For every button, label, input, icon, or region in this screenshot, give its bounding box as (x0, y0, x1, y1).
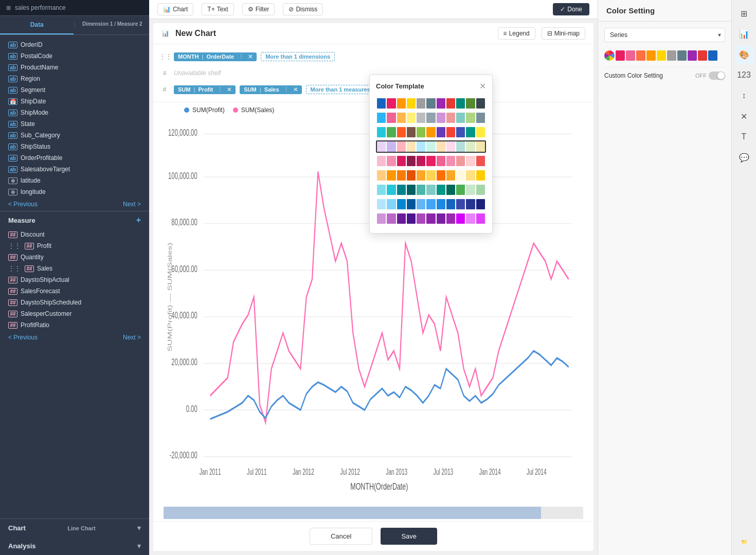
minimap-icon: ⊟ (547, 30, 552, 37)
template-swatch (437, 141, 445, 152)
series-select[interactable]: Series (604, 28, 725, 42)
template-row-8[interactable] (376, 212, 486, 225)
swatch-orange-red[interactable] (636, 50, 645, 61)
shelf-pill-month-orderdate[interactable]: MONTH | OrderDate ⋮ ✕ (174, 52, 257, 61)
sidebar-field-shipdate[interactable]: 📅ShipDate (0, 96, 149, 107)
swatch-dark-blue[interactable] (708, 50, 717, 61)
template-row-5[interactable] (376, 169, 486, 182)
template-swatch (387, 98, 395, 109)
sidebar-measure-daystoshipactual[interactable]: ##DaystoShipActual (0, 274, 149, 285)
sidebar-field-state[interactable]: abState (0, 118, 149, 130)
sidebar-field-shipmode[interactable]: abShipMode (0, 107, 149, 118)
toggle-track[interactable] (709, 71, 725, 80)
shelf-pill-sum-sales[interactable]: SUM | Sales ⋮ ✕ (240, 85, 301, 94)
tab-data[interactable]: Data (0, 16, 74, 34)
swatch-blue-gray[interactable] (677, 50, 687, 61)
sidebar-field-productname[interactable]: abProductName (0, 62, 149, 73)
remove-orderdate-btn[interactable]: ✕ (248, 53, 253, 60)
main-area: 📊 Chart T+ Text ⚙ Filter ⊘ Dismiss ✓ Don… (149, 0, 598, 555)
sidebar-field-orderprofitable[interactable]: abOrderProfitable (0, 152, 149, 164)
sort-icon-bar[interactable]: ↕ (735, 86, 753, 105)
template-row-4[interactable] (376, 155, 486, 167)
swatch-yellow[interactable] (657, 50, 666, 61)
sidebar-field-orderid[interactable]: abOrderID (0, 39, 149, 50)
template-row-2[interactable] (376, 126, 486, 138)
sidebar-measure-profit[interactable]: ⋮⋮##Profit (0, 240, 149, 252)
x-axis-icon-bar[interactable]: ✕ (735, 107, 753, 126)
sidebar-field-sub_category[interactable]: abSub_Category (0, 130, 149, 141)
next-dim-btn[interactable]: Next > (123, 201, 141, 208)
dimension-nav[interactable]: < Previous Next > (0, 198, 149, 211)
prev-dim-btn[interactable]: < Previous (8, 201, 38, 208)
text-toolbar-btn[interactable]: T+ Text (202, 3, 233, 15)
datasource-icon-bar[interactable]: 📁 (735, 532, 753, 551)
grid-icon-bar[interactable]: ⊞ (735, 4, 753, 23)
chart-section[interactable]: Chart Line Chart ▾ (0, 519, 149, 537)
template-row-6[interactable] (376, 184, 486, 196)
sidebar-measure-discount[interactable]: ##Discount (0, 229, 149, 240)
done-btn[interactable]: ✓ Done (553, 3, 589, 15)
template-row-3[interactable] (376, 140, 486, 153)
tab-dimension-measure[interactable]: Dimension 1 / Measure 2 (76, 16, 149, 34)
swatch-pink[interactable] (616, 50, 625, 61)
swatch-gray[interactable] (667, 50, 676, 61)
template-row-1[interactable] (376, 112, 486, 124)
prev-measure-btn[interactable]: < Previous (8, 334, 38, 341)
sidebar-measure-quantity[interactable]: ##Quantity (0, 252, 149, 263)
modal-header: Color Template ✕ (376, 81, 486, 91)
sidebar-measure-salesforecast[interactable]: ##SalesForecast (0, 285, 149, 297)
sidebar-field-region[interactable]: abRegion (0, 73, 149, 84)
swatch-red[interactable] (698, 50, 707, 61)
save-btn[interactable]: Save (381, 528, 437, 545)
sidebar-field-longitude[interactable]: ⊕longitude (0, 186, 149, 198)
color-template-modal: Color Template ✕ (369, 75, 493, 234)
dismiss-toolbar-btn[interactable]: ⊘ Dismiss (283, 3, 323, 15)
sidebar-field-postalcode[interactable]: abPostalCode (0, 50, 149, 62)
legend-btn[interactable]: ≡ Legend (498, 27, 535, 40)
shelf-pill-more-dimensions[interactable]: More than 1 dimensions (261, 52, 335, 61)
shelf-pill-more-measures[interactable]: More than 1 measures (306, 85, 375, 94)
template-swatch (426, 213, 435, 224)
color-wheel[interactable] (604, 50, 615, 61)
modal-close-btn[interactable]: ✕ (479, 81, 486, 91)
template-swatch (466, 141, 475, 152)
sidebar-field-segment[interactable]: abSegment (0, 84, 149, 96)
filter-toolbar-btn[interactable]: ⚙ Filter (242, 3, 275, 15)
sidebar-field-salesabovetarget[interactable]: abSalesaboveTarget (0, 164, 149, 175)
field-type-icon: ab (8, 155, 17, 162)
bar-chart-icon-bar[interactable]: 📊 (735, 25, 753, 43)
next-measure-btn[interactable]: Next > (123, 334, 141, 341)
number-123-icon-bar[interactable]: 123 (735, 66, 753, 84)
comment-icon-bar[interactable]: 💬 (735, 148, 753, 167)
template-row-7[interactable] (376, 198, 486, 210)
template-row-0[interactable] (376, 97, 486, 110)
sidebar-measure-profitratio[interactable]: ##ProfitRatio (0, 319, 149, 331)
cancel-btn[interactable]: Cancel (310, 528, 372, 545)
dismiss-icon: ⊘ (289, 6, 294, 13)
chart-toolbar-btn[interactable]: 📊 Chart (157, 3, 193, 15)
text-format-icon-bar[interactable]: T (735, 128, 753, 146)
sidebar-field-latitude[interactable]: ⊕latitude (0, 175, 149, 186)
color-icon-bar[interactable]: 🎨 (735, 45, 753, 64)
swatch-orange[interactable] (646, 50, 656, 61)
sidebar-measure-sales[interactable]: ⋮⋮##Sales (0, 263, 149, 274)
svg-text:Jul 2011: Jul 2011 (247, 467, 267, 476)
measure-nav[interactable]: < Previous Next > (0, 331, 149, 344)
shelf-pill-sum-profit[interactable]: SUM | Profit ⋮ ✕ (174, 85, 236, 94)
sidebar-measure-daystoshipscheduled[interactable]: ##DaystoShipScheduled (0, 297, 149, 308)
minimap-btn[interactable]: ⊟ Mini-map (542, 27, 585, 40)
measure-section-header[interactable]: Measure + (0, 211, 149, 229)
chart-scrollbar[interactable] (164, 507, 583, 519)
template-swatch (417, 156, 425, 166)
sidebar-field-shipstatus[interactable]: abShipStatus (0, 141, 149, 152)
swatch-light-pink[interactable] (626, 50, 635, 61)
custom-color-toggle[interactable]: OFF (695, 71, 725, 80)
swatch-purple[interactable] (688, 50, 697, 61)
custom-color-row: Custom Color Setting OFF (604, 67, 725, 84)
remove-sales-btn[interactable]: ✕ (293, 86, 298, 93)
sidebar-measure-salespercustomer[interactable]: ##SalesperCustomer (0, 308, 149, 319)
add-measure-btn[interactable]: + (136, 216, 141, 225)
analysis-section[interactable]: Analysis ▾ (0, 537, 149, 555)
unavailable-label: Unavailable shelf (174, 69, 221, 77)
remove-profit-btn[interactable]: ✕ (227, 86, 231, 93)
